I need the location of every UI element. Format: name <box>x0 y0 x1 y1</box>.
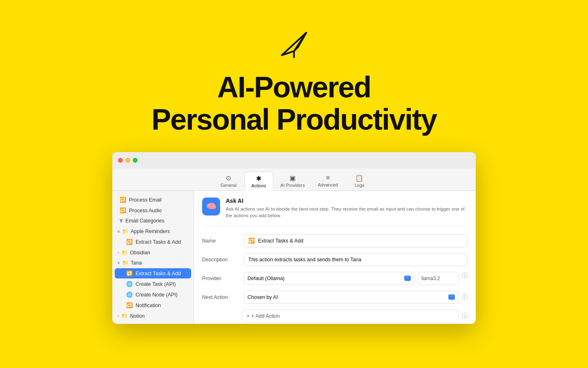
process-audio-icon: 🔁 <box>120 207 126 213</box>
next-action-select-row: Chosen by AI ⌃ ⓘ <box>244 291 468 304</box>
name-label: Name <box>202 238 239 244</box>
title-bar <box>112 152 476 168</box>
close-button[interactable] <box>118 158 123 163</box>
sidebar-item-process-email[interactable]: 🔁 Process Email <box>115 195 191 205</box>
add-action-info-icon[interactable]: ⓘ <box>462 312 468 320</box>
ai-providers-icon: ▣ <box>290 174 296 182</box>
create-task-api-icon: 🌐 <box>126 281 133 287</box>
actions-icon: ✱ <box>256 175 261 182</box>
create-node-api-icon: 🌐 <box>126 292 133 298</box>
hero-title: AI-Powered Personal Productivity <box>151 71 437 136</box>
logs-icon: 📋 <box>355 174 363 182</box>
sidebar-group-slite[interactable]: > 📁 Slite <box>112 321 194 324</box>
paper-plane-icon <box>276 25 312 61</box>
add-action-button[interactable]: + + Add Action <box>242 310 459 323</box>
provider-select[interactable]: Default (Ollama) ⌃ <box>244 272 414 285</box>
name-value: Extract Tasks & Add <box>258 238 303 244</box>
extract-tasks-apple-icon: 🔁 <box>126 239 133 245</box>
tab-ai-providers[interactable]: ▣ AI Providers <box>275 172 311 191</box>
tana-folder-icon: 📁 <box>122 260 129 266</box>
provider-select-row: Default (Ollama) ⌃ llama3.2 ⓘ <box>244 272 468 285</box>
email-categories-icon: Y <box>120 218 122 223</box>
sidebar-item-extract-tasks-apple[interactable]: 🔁 Extract Tasks & Add <box>115 237 191 247</box>
name-row: Name 🔁 Extract Tasks & Add <box>202 234 468 247</box>
chevron-obsidian: > <box>117 251 119 255</box>
slite-folder-icon: 📁 <box>121 323 128 324</box>
description-label: Description <box>202 257 239 263</box>
sidebar-item-create-node-api[interactable]: 🌐 Create Node (API) <box>115 289 191 300</box>
sidebar-group-tana[interactable]: ∨ 📁 Tana <box>112 258 194 268</box>
sidebar-item-create-task-api[interactable]: 🌐 Create Task (API) <box>115 279 191 289</box>
detail-panel: 🧠 Ask AI Ask AI actions use AI to decide… <box>194 191 476 324</box>
provider-row: Provider Default (Ollama) ⌃ llama3.2 ⓘ <box>202 272 468 285</box>
ask-ai-description: Ask AI actions use AI to decide the best… <box>226 206 468 219</box>
ask-ai-text: Ask AI Ask AI actions use AI to decide t… <box>226 197 468 219</box>
extract-tasks-tana-icon: 🔁 <box>126 270 133 276</box>
provider-info-icon[interactable]: ⓘ <box>462 272 468 285</box>
sidebar-item-process-audio[interactable]: 🔁 Process Audio <box>115 205 191 215</box>
sidebar: 🔁 Process Email 🔁 Process Audio Y Email … <box>112 191 194 324</box>
description-input[interactable]: This action extracts tasks and sends the… <box>244 253 468 266</box>
maximize-button[interactable] <box>133 158 138 163</box>
next-action-value: Chosen by AI <box>247 294 278 300</box>
name-input-icon: 🔁 <box>248 238 255 244</box>
folder-icon: 📁 <box>122 228 129 234</box>
next-action-info-icon[interactable]: ⓘ <box>462 294 468 301</box>
tab-advanced[interactable]: ≡ Advanced <box>312 172 343 191</box>
next-action-row: Next Action Chosen by AI ⌃ ⓘ <box>202 291 468 304</box>
advanced-icon: ≡ <box>326 174 330 182</box>
sidebar-item-extract-tasks-tana[interactable]: 🔁 Extract Tasks & Add <box>115 268 191 278</box>
tab-general[interactable]: ⊙ General <box>214 172 243 191</box>
provider-chevron-icon: ⌃ <box>404 276 411 281</box>
ask-ai-icon: 🧠 <box>202 197 220 215</box>
sidebar-group-apple-reminders[interactable]: ∨ 📁 Apple Reminders <box>112 226 194 236</box>
traffic-lights <box>118 158 138 163</box>
model-value: llama3.2 <box>421 276 440 281</box>
plus-icon: + <box>247 313 249 319</box>
tab-actions[interactable]: ✱ Actions <box>245 172 273 191</box>
next-action-select[interactable]: Chosen by AI ⌃ <box>244 291 459 304</box>
model-box: llama3.2 <box>418 272 459 285</box>
description-row: Description This action extracts tasks a… <box>202 253 468 266</box>
obsidian-folder-icon: 📁 <box>121 249 128 256</box>
minimize-button[interactable] <box>125 158 130 163</box>
general-icon: ⊙ <box>226 174 231 182</box>
add-action-label: + Add Action <box>251 313 280 319</box>
chevron-apple-reminders: ∨ <box>117 229 120 233</box>
description-value: This action extracts tasks and sends the… <box>248 257 361 263</box>
notion-folder-icon: 📁 <box>121 313 128 319</box>
tab-logs[interactable]: 📋 Logs <box>345 172 374 191</box>
name-input[interactable]: 🔁 Extract Tasks & Add <box>244 234 468 247</box>
sidebar-item-email-categories[interactable]: Y Email Categories <box>115 216 191 226</box>
ask-ai-header: 🧠 Ask AI Ask AI actions use AI to decide… <box>202 197 468 226</box>
main-content: 🔁 Process Email 🔁 Process Audio Y Email … <box>112 191 476 324</box>
add-action-row: + + Add Action ⓘ <box>202 310 468 323</box>
app-window: ⊙ General ✱ Actions ▣ AI Providers ≡ Adv… <box>112 152 476 324</box>
next-action-chevron: ⌃ <box>448 294 455 300</box>
notification-icon: 🔁 <box>126 302 133 308</box>
next-action-label: Next Action <box>202 294 239 300</box>
sidebar-group-notion[interactable]: > 📁 Notion <box>112 311 194 321</box>
toolbar: ⊙ General ✱ Actions ▣ AI Providers ≡ Adv… <box>112 168 476 191</box>
provider-label: Provider <box>202 276 239 281</box>
provider-value: Default (Ollama) <box>247 276 285 281</box>
sidebar-group-obsidian[interactable]: > 📁 Obsidian <box>112 247 194 258</box>
sidebar-item-notification[interactable]: 🔁 Notification <box>115 300 191 310</box>
chevron-tana: ∨ <box>117 260 120 265</box>
ask-ai-title: Ask AI <box>226 197 468 204</box>
hero-section: AI-Powered Personal Productivity <box>0 0 588 136</box>
chevron-notion: > <box>117 314 119 318</box>
process-email-icon: 🔁 <box>120 197 126 203</box>
